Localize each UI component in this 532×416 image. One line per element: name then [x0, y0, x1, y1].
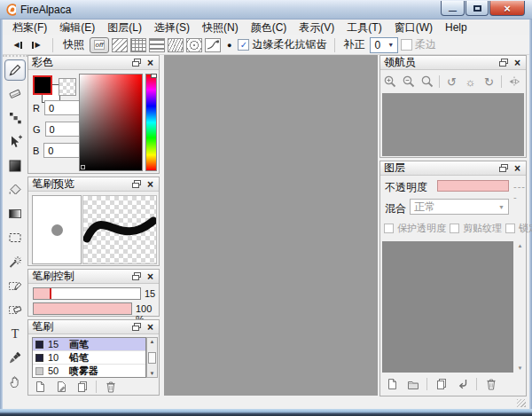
redo-button[interactable]: ▶: [28, 38, 44, 52]
correction-dropdown[interactable]: 0 ▼: [370, 37, 398, 53]
float-panel-icon[interactable]: [131, 58, 141, 67]
new-brush-button[interactable]: [32, 380, 47, 393]
minimize-button[interactable]: —: [441, 1, 465, 16]
merge-down-button[interactable]: [455, 377, 470, 390]
close-panel-icon[interactable]: ×: [145, 58, 155, 67]
soft-edge-checkbox[interactable]: [401, 39, 412, 51]
eyedropper-tool[interactable]: [4, 347, 26, 368]
menu-select[interactable]: 选择(S): [148, 20, 196, 36]
eraser-tool[interactable]: [4, 83, 26, 105]
snapshot-hlines-button[interactable]: [149, 38, 165, 52]
close-button[interactable]: ×: [489, 1, 525, 16]
snapshot-curve-button[interactable]: [205, 38, 221, 52]
select-rect-tool[interactable]: [4, 227, 26, 248]
close-panel-icon[interactable]: ×: [512, 163, 522, 173]
protect-alpha-checkbox[interactable]: [384, 224, 394, 233]
text-tool[interactable]: T: [4, 323, 26, 344]
zoom-in-icon[interactable]: [383, 75, 396, 89]
pen-tool[interactable]: [4, 59, 26, 81]
close-panel-icon[interactable]: ×: [145, 322, 155, 332]
duplicate-layer-button[interactable]: [434, 377, 449, 390]
snapshot-hatch-button[interactable]: [112, 38, 128, 52]
brush-list-item[interactable]: 15 画笔: [33, 338, 145, 351]
float-panel-icon[interactable]: [498, 163, 508, 173]
clipping-checkbox[interactable]: [450, 224, 459, 233]
layer-list[interactable]: [382, 241, 513, 373]
select-eraser-tool[interactable]: [4, 299, 26, 320]
rotate-left-icon[interactable]: ↺: [445, 75, 458, 89]
float-panel-icon[interactable]: [131, 271, 141, 281]
close-panel-icon[interactable]: ×: [145, 179, 155, 189]
scroll-down-icon[interactable]: ▼: [150, 371, 155, 376]
menu-window[interactable]: 窗口(W): [388, 20, 439, 36]
maximize-button[interactable]: [466, 1, 489, 16]
menu-help[interactable]: Help: [439, 20, 473, 35]
blue-field[interactable]: [43, 143, 81, 158]
delete-brush-button[interactable]: [103, 380, 118, 393]
menu-color[interactable]: 颜色(C): [245, 20, 293, 36]
delete-layer-button[interactable]: [483, 377, 498, 390]
scrollbar-thumb[interactable]: [148, 352, 156, 364]
rotate-right-icon[interactable]: ↻: [482, 75, 496, 89]
float-panel-icon[interactable]: [131, 179, 141, 189]
menu-file[interactable]: 档案(F): [6, 20, 53, 36]
menu-tools[interactable]: 工具(T): [340, 20, 387, 36]
hue-slider[interactable]: [145, 74, 157, 171]
reset-rotation-icon[interactable]: ☼: [464, 75, 477, 89]
snapshot-perspective-button[interactable]: [168, 38, 184, 52]
flip-horizontal-icon[interactable]: [507, 75, 520, 89]
brush-list-item[interactable]: 50 喷雾器: [33, 365, 145, 378]
menu-layer[interactable]: 图层(L): [101, 20, 148, 36]
menu-view[interactable]: 表示(V): [293, 20, 340, 36]
menu-snapshot[interactable]: 快照(N): [196, 20, 245, 36]
color-panel-title: 彩色: [32, 55, 127, 70]
snapshot-grid-button[interactable]: [130, 38, 146, 52]
new-layer-button[interactable]: [384, 377, 399, 390]
menu-edit[interactable]: 编辑(E): [53, 20, 101, 36]
close-panel-icon[interactable]: ×: [145, 271, 155, 281]
brush-panel-header: 笔刷 ×: [28, 320, 159, 334]
smudge-tool[interactable]: [4, 107, 26, 129]
select-pen-tool[interactable]: [4, 275, 26, 296]
move-tool[interactable]: [4, 131, 26, 153]
brush-tip-dot: [51, 224, 63, 236]
new-folder-button[interactable]: [405, 377, 420, 390]
zoom-reset-icon[interactable]: [420, 75, 434, 89]
navigator-preview[interactable]: [382, 93, 524, 156]
transparent-color-swatch[interactable]: [59, 78, 76, 96]
bucket-tool[interactable]: [4, 179, 26, 200]
saturation-value-picker[interactable]: [79, 74, 143, 171]
blend-mode-dropdown[interactable]: 正常 ▼: [410, 199, 509, 215]
foreground-color-swatch[interactable]: [33, 75, 52, 95]
green-field[interactable]: [45, 122, 82, 137]
brush-size-slider[interactable]: [33, 287, 141, 300]
fill-tool[interactable]: [4, 155, 26, 177]
snapshot-off-button[interactable]: off: [90, 37, 109, 53]
magic-wand-tool[interactable]: [4, 251, 26, 272]
float-panel-icon[interactable]: [131, 322, 141, 332]
scroll-up-icon[interactable]: ▲: [518, 243, 523, 248]
opacity-slider[interactable]: [437, 180, 509, 192]
zoom-out-icon[interactable]: [402, 75, 415, 89]
float-panel-icon[interactable]: [498, 58, 508, 67]
hand-tool[interactable]: [4, 371, 26, 392]
canvas-area[interactable]: [164, 55, 378, 396]
titlebar[interactable]: FireAlpaca — ×: [0, 0, 532, 20]
scroll-up-icon[interactable]: ▲: [150, 339, 155, 344]
brush-size-fill: [34, 288, 50, 299]
undo-button[interactable]: ◀: [10, 38, 26, 52]
lock-checkbox[interactable]: [505, 224, 515, 233]
edit-brush-button[interactable]: [53, 380, 68, 393]
scroll-down-icon[interactable]: ▼: [518, 365, 523, 371]
brush-list-item[interactable]: 10 铅笔: [33, 351, 145, 365]
antialias-checkbox[interactable]: ✓: [238, 39, 249, 51]
snapshot-concentric-button[interactable]: [186, 38, 202, 52]
red-field[interactable]: [44, 100, 82, 115]
brush-opacity-slider[interactable]: [33, 302, 132, 315]
gradient-tool[interactable]: [4, 203, 26, 224]
resize-grip[interactable]: [517, 399, 526, 407]
duplicate-brush-button[interactable]: [74, 380, 90, 393]
close-panel-icon[interactable]: ×: [512, 58, 522, 67]
brush-list-scrollbar[interactable]: ▲ ▼: [146, 337, 158, 378]
layer-list-scrollbar[interactable]: ▲ ▼: [515, 241, 525, 373]
